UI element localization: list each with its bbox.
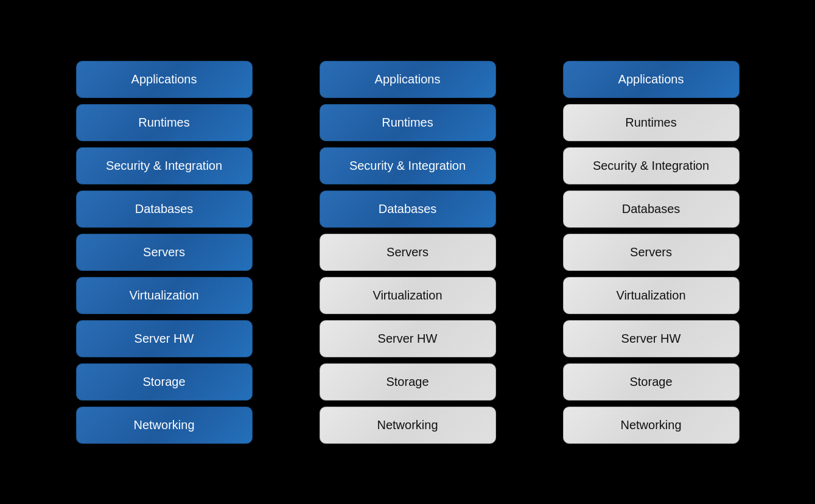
- stack-item-1-5[interactable]: Servers: [76, 234, 253, 271]
- stack-item-3-5[interactable]: Servers: [563, 234, 740, 271]
- stack-item-1-2[interactable]: Runtimes: [76, 104, 253, 141]
- stack-column-3: ApplicationsRuntimesSecurity & Integrati…: [563, 61, 740, 444]
- stack-item-2-9[interactable]: Networking: [320, 407, 496, 444]
- stack-item-3-6[interactable]: Virtualization: [563, 277, 740, 314]
- stack-item-3-4[interactable]: Databases: [563, 191, 740, 228]
- stack-item-2-8[interactable]: Storage: [320, 363, 496, 401]
- stack-item-1-9[interactable]: Networking: [76, 407, 253, 444]
- stack-item-3-9[interactable]: Networking: [563, 407, 740, 444]
- stack-item-3-8[interactable]: Storage: [563, 363, 740, 401]
- stack-item-2-5[interactable]: Servers: [320, 234, 496, 271]
- stack-item-3-2[interactable]: Runtimes: [563, 104, 740, 141]
- stack-column-1: ApplicationsRuntimesSecurity & Integrati…: [76, 61, 253, 444]
- stack-item-2-2[interactable]: Runtimes: [320, 104, 496, 141]
- stack-item-2-6[interactable]: Virtualization: [320, 277, 496, 314]
- main-container: ApplicationsRuntimesSecurity & Integrati…: [40, 37, 776, 468]
- stack-item-3-3[interactable]: Security & Integration: [563, 147, 740, 184]
- stack-item-2-7[interactable]: Server HW: [320, 320, 496, 357]
- stack-item-1-1[interactable]: Applications: [76, 61, 253, 98]
- stack-item-1-4[interactable]: Databases: [76, 191, 253, 228]
- stack-item-3-7[interactable]: Server HW: [563, 320, 740, 357]
- stack-item-1-6[interactable]: Virtualization: [76, 277, 253, 314]
- stack-item-1-3[interactable]: Security & Integration: [76, 147, 253, 184]
- stack-item-2-1[interactable]: Applications: [320, 61, 496, 98]
- stack-item-3-1[interactable]: Applications: [563, 61, 740, 98]
- stack-item-2-4[interactable]: Databases: [320, 191, 496, 228]
- stack-item-1-7[interactable]: Server HW: [76, 320, 253, 357]
- stack-column-2: ApplicationsRuntimesSecurity & Integrati…: [320, 61, 496, 444]
- stack-item-1-8[interactable]: Storage: [76, 363, 253, 401]
- stack-item-2-3[interactable]: Security & Integration: [320, 147, 496, 184]
